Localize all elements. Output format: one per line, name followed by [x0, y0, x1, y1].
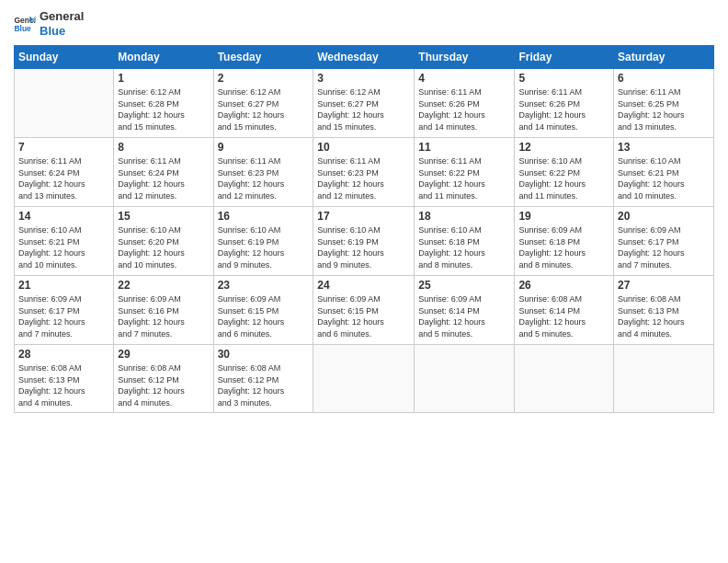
day-number: 27 [618, 279, 710, 292]
day-info: Sunrise: 6:11 AM Sunset: 6:23 PM Dayligh… [218, 155, 310, 201]
calendar-cell: 5Sunrise: 6:11 AM Sunset: 6:26 PM Daylig… [515, 69, 614, 138]
day-number: 6 [618, 72, 710, 85]
day-info: Sunrise: 6:12 AM Sunset: 6:27 PM Dayligh… [218, 86, 310, 132]
calendar-cell [415, 345, 515, 412]
day-info: Sunrise: 6:12 AM Sunset: 6:28 PM Dayligh… [118, 86, 209, 132]
day-number: 4 [418, 72, 510, 85]
col-header-monday: Monday [114, 46, 213, 69]
day-number: 16 [218, 210, 310, 223]
day-info: Sunrise: 6:11 AM Sunset: 6:24 PM Dayligh… [18, 155, 109, 201]
day-number: 2 [218, 72, 310, 85]
day-info: Sunrise: 6:08 AM Sunset: 6:13 PM Dayligh… [618, 293, 710, 339]
calendar-cell: 8Sunrise: 6:11 AM Sunset: 6:24 PM Daylig… [114, 138, 213, 207]
col-header-thursday: Thursday [415, 46, 515, 69]
day-info: Sunrise: 6:10 AM Sunset: 6:20 PM Dayligh… [118, 224, 209, 270]
day-info: Sunrise: 6:09 AM Sunset: 6:17 PM Dayligh… [18, 293, 109, 339]
day-info: Sunrise: 6:10 AM Sunset: 6:21 PM Dayligh… [618, 155, 710, 201]
calendar-cell [515, 345, 614, 412]
calendar-cell: 2Sunrise: 6:12 AM Sunset: 6:27 PM Daylig… [213, 69, 313, 138]
day-number: 20 [618, 210, 710, 223]
day-info: Sunrise: 6:09 AM Sunset: 6:15 PM Dayligh… [218, 293, 310, 339]
day-info: Sunrise: 6:09 AM Sunset: 6:16 PM Dayligh… [118, 293, 209, 339]
day-info: Sunrise: 6:12 AM Sunset: 6:27 PM Dayligh… [317, 86, 410, 132]
calendar-cell: 19Sunrise: 6:09 AM Sunset: 6:18 PM Dayli… [515, 207, 614, 276]
day-number: 17 [317, 210, 410, 223]
day-number: 10 [317, 141, 410, 154]
day-number: 15 [118, 210, 209, 223]
calendar-cell: 7Sunrise: 6:11 AM Sunset: 6:24 PM Daylig… [15, 138, 114, 207]
day-info: Sunrise: 6:10 AM Sunset: 6:19 PM Dayligh… [317, 224, 410, 270]
day-info: Sunrise: 6:11 AM Sunset: 6:23 PM Dayligh… [317, 155, 410, 201]
calendar-cell [614, 345, 714, 412]
logo-icon: General Blue [14, 15, 36, 33]
calendar-cell: 13Sunrise: 6:10 AM Sunset: 6:21 PM Dayli… [614, 138, 714, 207]
calendar-cell [313, 345, 415, 412]
calendar-cell: 6Sunrise: 6:11 AM Sunset: 6:25 PM Daylig… [614, 69, 714, 138]
calendar-cell: 4Sunrise: 6:11 AM Sunset: 6:26 PM Daylig… [415, 69, 515, 138]
day-number: 14 [18, 210, 109, 223]
col-header-wednesday: Wednesday [313, 46, 415, 69]
day-number: 28 [18, 348, 109, 361]
calendar-cell: 14Sunrise: 6:10 AM Sunset: 6:21 PM Dayli… [15, 207, 114, 276]
day-number: 30 [218, 348, 310, 361]
logo-text-blue: Blue [40, 24, 84, 39]
day-info: Sunrise: 6:10 AM Sunset: 6:21 PM Dayligh… [18, 224, 109, 270]
day-number: 23 [218, 279, 310, 292]
day-number: 24 [317, 279, 410, 292]
calendar-cell: 9Sunrise: 6:11 AM Sunset: 6:23 PM Daylig… [213, 138, 313, 207]
calendar-cell: 22Sunrise: 6:09 AM Sunset: 6:16 PM Dayli… [114, 276, 213, 345]
day-info: Sunrise: 6:10 AM Sunset: 6:18 PM Dayligh… [418, 224, 510, 270]
calendar-cell: 30Sunrise: 6:08 AM Sunset: 6:12 PM Dayli… [213, 345, 313, 412]
calendar-cell [15, 69, 114, 138]
calendar-cell: 28Sunrise: 6:08 AM Sunset: 6:13 PM Dayli… [15, 345, 114, 412]
day-info: Sunrise: 6:11 AM Sunset: 6:26 PM Dayligh… [518, 86, 609, 132]
day-number: 21 [18, 279, 109, 292]
svg-text:Blue: Blue [14, 23, 31, 32]
day-number: 22 [118, 279, 209, 292]
col-header-saturday: Saturday [614, 46, 714, 69]
day-info: Sunrise: 6:08 AM Sunset: 6:12 PM Dayligh… [218, 362, 310, 408]
day-number: 19 [518, 210, 609, 223]
col-header-friday: Friday [515, 46, 614, 69]
calendar: SundayMondayTuesdayWednesdayThursdayFrid… [14, 45, 714, 412]
day-number: 9 [218, 141, 310, 154]
calendar-cell: 18Sunrise: 6:10 AM Sunset: 6:18 PM Dayli… [415, 207, 515, 276]
day-info: Sunrise: 6:11 AM Sunset: 6:24 PM Dayligh… [118, 155, 209, 201]
day-info: Sunrise: 6:08 AM Sunset: 6:12 PM Dayligh… [118, 362, 209, 408]
day-info: Sunrise: 6:09 AM Sunset: 6:15 PM Dayligh… [317, 293, 410, 339]
col-header-tuesday: Tuesday [213, 46, 313, 69]
day-number: 26 [518, 279, 609, 292]
day-info: Sunrise: 6:11 AM Sunset: 6:26 PM Dayligh… [418, 86, 510, 132]
day-info: Sunrise: 6:11 AM Sunset: 6:22 PM Dayligh… [418, 155, 510, 201]
calendar-cell: 29Sunrise: 6:08 AM Sunset: 6:12 PM Dayli… [114, 345, 213, 412]
calendar-cell: 16Sunrise: 6:10 AM Sunset: 6:19 PM Dayli… [213, 207, 313, 276]
calendar-cell: 23Sunrise: 6:09 AM Sunset: 6:15 PM Dayli… [213, 276, 313, 345]
day-number: 25 [418, 279, 510, 292]
calendar-cell: 11Sunrise: 6:11 AM Sunset: 6:22 PM Dayli… [415, 138, 515, 207]
calendar-cell: 1Sunrise: 6:12 AM Sunset: 6:28 PM Daylig… [114, 69, 213, 138]
day-number: 8 [118, 141, 209, 154]
calendar-cell: 25Sunrise: 6:09 AM Sunset: 6:14 PM Dayli… [415, 276, 515, 345]
day-info: Sunrise: 6:09 AM Sunset: 6:14 PM Dayligh… [418, 293, 510, 339]
day-info: Sunrise: 6:10 AM Sunset: 6:19 PM Dayligh… [218, 224, 310, 270]
col-header-sunday: Sunday [15, 46, 114, 69]
day-info: Sunrise: 6:10 AM Sunset: 6:22 PM Dayligh… [518, 155, 609, 201]
day-number: 11 [418, 141, 510, 154]
calendar-cell: 12Sunrise: 6:10 AM Sunset: 6:22 PM Dayli… [515, 138, 614, 207]
day-number: 12 [518, 141, 609, 154]
day-number: 13 [618, 141, 710, 154]
day-number: 7 [18, 141, 109, 154]
day-number: 29 [118, 348, 209, 361]
logo: General Blue General Blue [14, 9, 84, 38]
day-info: Sunrise: 6:08 AM Sunset: 6:14 PM Dayligh… [518, 293, 609, 339]
calendar-cell: 3Sunrise: 6:12 AM Sunset: 6:27 PM Daylig… [313, 69, 415, 138]
logo-text-general: General [40, 9, 84, 24]
calendar-cell: 10Sunrise: 6:11 AM Sunset: 6:23 PM Dayli… [313, 138, 415, 207]
day-info: Sunrise: 6:09 AM Sunset: 6:17 PM Dayligh… [618, 224, 710, 270]
day-number: 5 [518, 72, 609, 85]
day-info: Sunrise: 6:08 AM Sunset: 6:13 PM Dayligh… [18, 362, 109, 408]
calendar-cell: 15Sunrise: 6:10 AM Sunset: 6:20 PM Dayli… [114, 207, 213, 276]
day-number: 1 [118, 72, 209, 85]
calendar-cell: 27Sunrise: 6:08 AM Sunset: 6:13 PM Dayli… [614, 276, 714, 345]
calendar-cell: 26Sunrise: 6:08 AM Sunset: 6:14 PM Dayli… [515, 276, 614, 345]
